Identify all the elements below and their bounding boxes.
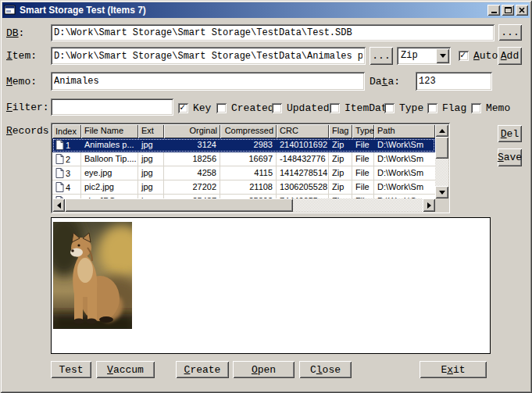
preview-panel (51, 217, 491, 354)
data-input[interactable] (416, 72, 492, 91)
filter-updated-checkbox[interactable]: Updated (272, 102, 330, 114)
preview-image (53, 222, 132, 329)
column-header-compressed[interactable]: Compressed (220, 124, 277, 138)
cell-type: File (352, 180, 374, 195)
filter-flag-checkbox[interactable]: Flag (427, 102, 466, 114)
horizontal-scrollbar[interactable] (52, 198, 435, 212)
filter-flag-label: Flag (442, 102, 466, 114)
scroll-down-icon (439, 191, 445, 195)
table-body: 1 Animales p... jpg 3124 2983 2140101692… (52, 138, 435, 198)
compression-dropdown-button[interactable] (436, 48, 449, 63)
app-window: Smart Storage Test (Items 7) DB: ... Ite… (0, 0, 532, 393)
vertical-scroll-thumb[interactable] (435, 137, 448, 159)
filter-created-label: Created (231, 102, 274, 114)
column-header-file-name[interactable]: File Name (81, 124, 138, 138)
memo-label: Memo: (6, 76, 37, 88)
column-header-orginal[interactable]: Orginal (164, 124, 220, 138)
db-path-input[interactable] (51, 24, 495, 41)
item-label: Item: (6, 50, 37, 62)
maximize-button[interactable] (502, 5, 514, 16)
chevron-down-icon (440, 54, 446, 58)
cell-path: D:\Work\Sm (374, 152, 435, 166)
cell-flag: Zip (329, 138, 352, 152)
column-header-ext[interactable]: Ext (138, 124, 164, 138)
filter-key-label: Key (193, 102, 211, 114)
checkbox-box[interactable] (216, 103, 227, 113)
open-button[interactable]: Open (233, 361, 295, 378)
test-button[interactable]: Test (51, 361, 91, 378)
file-icon (55, 168, 64, 178)
checkbox-box[interactable] (178, 103, 188, 113)
checkbox-box[interactable] (471, 103, 481, 113)
memo-input[interactable] (51, 72, 365, 91)
column-header-type[interactable]: Type (352, 124, 374, 138)
close-icon (519, 7, 525, 13)
minimize-button[interactable] (487, 5, 500, 16)
auto-checkbox[interactable]: Auto (459, 50, 498, 62)
table-row[interactable]: 1 Animales p... jpg 3124 2983 2140101692… (52, 138, 435, 152)
table-row[interactable]: 4 pic2.jpg jpg 27202 21108 1306205528 Zi… (52, 180, 435, 195)
cell-file-name: pic2.jpg (81, 180, 138, 195)
cell-index: 4 (52, 180, 81, 195)
db-browse-button[interactable]: ... (498, 24, 522, 41)
exit-button[interactable]: Exit (420, 361, 487, 378)
checkbox-box[interactable] (384, 103, 395, 113)
filter-type-checkbox[interactable]: Type (384, 102, 423, 114)
cell-type: File (352, 166, 374, 180)
column-header-crc[interactable]: CRC (277, 124, 329, 138)
auto-checkbox-box[interactable] (459, 51, 469, 61)
scroll-up-button[interactable] (435, 124, 448, 137)
table-row[interactable]: 3 eye.jpg jpg 4258 4115 1414278514 Zip F… (52, 166, 435, 180)
title-bar[interactable]: Smart Storage Test (Items 7) (2, 2, 530, 18)
cell-flag: Zip (329, 180, 352, 195)
cell-crc: -148432776 (277, 152, 329, 166)
cell-ext: jpg (138, 138, 164, 152)
filter-label: Filter: (6, 102, 49, 113)
column-header-path[interactable]: Path (374, 124, 435, 138)
item-browse-button[interactable]: ... (370, 47, 393, 65)
create-button[interactable]: Create (176, 361, 229, 378)
cell-index: 3 (52, 166, 81, 180)
del-button[interactable]: Del (498, 125, 522, 142)
scroll-right-button[interactable] (423, 198, 435, 212)
filter-input[interactable] (51, 98, 173, 116)
cell-orginal: 4258 (164, 166, 220, 180)
filter-memo-checkbox[interactable]: Memo (471, 102, 510, 114)
compression-select[interactable]: Zip (397, 47, 451, 65)
minimize-icon (491, 12, 497, 13)
save-button[interactable]: Save (498, 148, 522, 166)
cell-ext: jpg (138, 152, 164, 166)
item-path-input[interactable] (51, 47, 366, 65)
auto-checkbox-label: Auto (473, 50, 498, 62)
table-header-row: Index File Name Ext Orginal Compressed C… (52, 124, 435, 138)
checkbox-box[interactable] (330, 103, 340, 113)
cell-compressed: 2983 (220, 138, 277, 152)
add-button[interactable]: Add (498, 47, 522, 65)
checkbox-box[interactable] (427, 103, 437, 113)
file-icon (55, 182, 64, 192)
close-button[interactable] (516, 5, 528, 16)
close-db-button[interactable]: Close (299, 361, 352, 378)
vaccum-button[interactable]: Vaccum (96, 361, 155, 378)
maximize-icon (505, 7, 512, 13)
filter-key-checkbox[interactable]: Key (178, 102, 211, 114)
cell-orginal: 27202 (164, 180, 220, 195)
table-row[interactable]: 2 Balloon Tip.... jpg 18256 16697 -14843… (52, 152, 435, 166)
cell-flag: Zip (329, 152, 352, 166)
filter-memo-label: Memo (486, 102, 510, 114)
scroll-down-button[interactable] (435, 186, 448, 198)
filter-type-label: Type (399, 102, 423, 114)
vertical-scrollbar[interactable] (435, 124, 448, 198)
filter-created-checkbox[interactable]: Created (216, 102, 274, 114)
file-icon (55, 140, 64, 150)
column-header-flag[interactable]: Flag (329, 124, 352, 138)
cell-index: 2 (52, 152, 81, 166)
cell-type: File (352, 138, 374, 152)
horizontal-scroll-thumb[interactable] (65, 198, 293, 212)
file-icon (55, 154, 64, 164)
scroll-left-button[interactable] (52, 198, 65, 212)
checkbox-box[interactable] (272, 103, 282, 113)
cell-crc: 1414278514 (277, 166, 329, 180)
app-icon (4, 4, 16, 16)
column-header-index[interactable]: Index (52, 124, 81, 138)
